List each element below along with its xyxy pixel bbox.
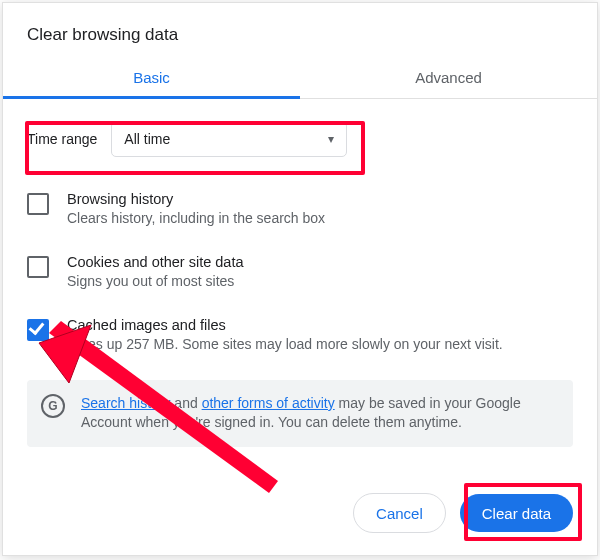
tab-advanced[interactable]: Advanced — [300, 59, 597, 98]
time-range-select[interactable]: All time ▾ — [111, 121, 347, 157]
checkbox-cached[interactable] — [27, 319, 49, 341]
option-cached: Cached images and files Frees up 257 MB.… — [27, 317, 573, 354]
option-cookies: Cookies and other site data Signs you ou… — [27, 254, 573, 291]
option-title: Cookies and other site data — [67, 254, 244, 270]
dialog-footer: Cancel Clear data — [353, 493, 573, 533]
checkbox-browsing-history[interactable] — [27, 193, 49, 215]
notice-mid1: and — [170, 395, 201, 411]
clear-data-button[interactable]: Clear data — [460, 494, 573, 532]
options-list: Browsing history Clears history, includi… — [27, 191, 573, 354]
time-range-row: Time range All time ▾ — [27, 121, 573, 157]
option-desc: Frees up 257 MB. Some sites may load mor… — [67, 335, 503, 354]
option-title: Cached images and files — [67, 317, 503, 333]
option-desc: Clears history, including in the search … — [67, 209, 325, 228]
option-text: Browsing history Clears history, includi… — [67, 191, 325, 228]
time-range-value: All time — [124, 131, 170, 147]
option-text: Cached images and files Frees up 257 MB.… — [67, 317, 503, 354]
dialog-title: Clear browsing data — [27, 25, 573, 45]
google-g-icon: G — [41, 394, 65, 418]
clear-browsing-data-dialog: Clear browsing data Basic Advanced Time … — [2, 2, 598, 556]
option-text: Cookies and other site data Signs you ou… — [67, 254, 244, 291]
google-account-notice: G Search history and other forms of acti… — [27, 380, 573, 447]
link-other-activity[interactable]: other forms of activity — [202, 395, 335, 411]
option-desc: Signs you out of most sites — [67, 272, 244, 291]
option-title: Browsing history — [67, 191, 325, 207]
notice-text: Search history and other forms of activi… — [81, 394, 557, 433]
chevron-down-icon: ▾ — [328, 132, 334, 146]
tab-basic[interactable]: Basic — [3, 59, 300, 98]
checkbox-cookies[interactable] — [27, 256, 49, 278]
cancel-button[interactable]: Cancel — [353, 493, 446, 533]
time-range-label: Time range — [27, 131, 97, 147]
link-search-history[interactable]: Search history — [81, 395, 170, 411]
tab-row: Basic Advanced — [3, 59, 597, 99]
option-browsing-history: Browsing history Clears history, includi… — [27, 191, 573, 228]
